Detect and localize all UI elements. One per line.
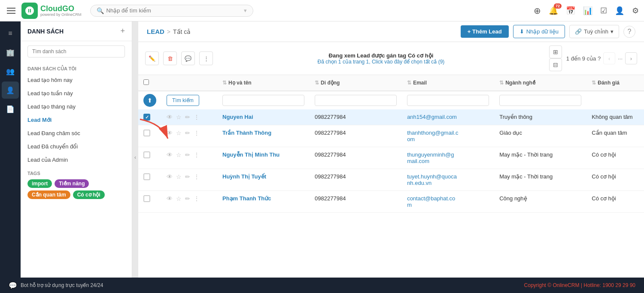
row4-email-cell: tuyet.huynh@quocanh.edu.vn — [402, 169, 494, 191]
row4-email[interactable]: tuyet.huynh@quocanh.edu.vn — [407, 173, 457, 186]
row5-edit-icon[interactable]: ✏ — [185, 195, 190, 202]
filter-name-input[interactable] — [222, 95, 304, 106]
row3-actions-cell: 👁 ☆ ✏ ⋮ — [161, 147, 217, 169]
toolbar-subtitle[interactable]: Đã chọn 1 của trang 1, Click vào đây để … — [213, 59, 549, 65]
people-icon-bar[interactable]: 👥 — [2, 63, 19, 80]
tasks-icon[interactable]: ☑ — [600, 6, 607, 15]
filter-email-input[interactable] — [407, 95, 489, 106]
sidebar-item-new[interactable]: Lead Mới — [21, 113, 132, 127]
doc-icon-bar[interactable]: 📄 — [2, 100, 19, 118]
sidebar-item-today[interactable]: Lead tạo hôm nay — [21, 73, 132, 87]
next-page-button[interactable]: › — [625, 52, 637, 64]
row5-rating-cell: Có cơ hội — [586, 191, 644, 213]
row1-view-icon[interactable]: 👁 — [167, 114, 173, 121]
row2-star-icon[interactable]: ☆ — [176, 130, 182, 136]
row1-checkbox[interactable] — [143, 114, 150, 121]
chart-icon[interactable]: 📊 — [583, 6, 592, 15]
row1-star-icon[interactable]: ☆ — [176, 114, 182, 121]
notification-icon[interactable]: 🔔 72 — [549, 6, 558, 15]
import-button[interactable]: ⬇ Nhập dữ liệu — [513, 25, 565, 38]
row2-email[interactable]: thanhthong@gmail.com — [407, 130, 458, 142]
home-icon-bar[interactable]: ≡ — [2, 25, 19, 42]
industry-header[interactable]: ⇅Ngành nghề — [494, 75, 586, 91]
row5-checkbox[interactable] — [143, 195, 150, 202]
row1-edit-icon[interactable]: ✏ — [185, 114, 190, 121]
person-icon-bar[interactable]: 👤 — [2, 82, 19, 99]
row1-email-cell: anh154@gmail.com — [402, 109, 494, 125]
row5-star-icon[interactable]: ☆ — [176, 195, 182, 202]
customize-button[interactable]: 🔗 Tuỳ chỉnh ▾ — [569, 25, 619, 38]
sidebar-add-button[interactable]: + — [120, 27, 125, 36]
comment-toolbar-icon[interactable]: 💬 — [181, 51, 195, 65]
user-icon[interactable]: 👤 — [615, 6, 624, 15]
row5-view-icon[interactable]: 👁 — [167, 195, 173, 202]
row3-industry-cell: May mặc - Thời trang — [494, 147, 586, 169]
row2-phone-cell: 0982277984 — [310, 125, 402, 147]
building-icon-bar[interactable]: 🏢 — [2, 44, 19, 61]
row3-more-icon[interactable]: ⋮ — [194, 151, 200, 158]
sidebar-item-admin[interactable]: Lead của Admin — [21, 153, 132, 166]
hamburger-menu[interactable] — [5, 6, 17, 15]
row4-star-icon[interactable]: ☆ — [176, 173, 182, 180]
row2-name[interactable]: Trần Thành Thông — [222, 130, 271, 136]
collapse-sidebar-handle[interactable]: ‹ — [132, 21, 138, 293]
edit-toolbar-icon[interactable]: ✏️ — [145, 51, 159, 65]
add-lead-button[interactable]: + Thêm Lead — [461, 25, 509, 38]
row1-email[interactable]: anh154@gmail.com — [407, 114, 457, 120]
settings-icon[interactable]: ⚙ — [632, 6, 639, 15]
checkbox-header[interactable] — [138, 75, 161, 91]
row1-more-icon[interactable]: ⋮ — [194, 114, 200, 121]
email-header[interactable]: ⇅Email — [402, 75, 494, 91]
row4-name[interactable]: Huỳnh Thị Tuyết — [222, 173, 266, 180]
sidebar-item-week[interactable]: Lead tạo tuần này — [21, 87, 132, 100]
row3-edit-icon[interactable]: ✏ — [185, 151, 190, 158]
search-input[interactable] — [106, 7, 240, 14]
help-icon[interactable]: ? — [623, 26, 635, 38]
rating-header[interactable]: ⇅Đánh giá — [586, 75, 644, 91]
row4-more-icon[interactable]: ⋮ — [194, 173, 200, 180]
sidebar-item-converted[interactable]: Lead Đã chuyển đổi — [21, 140, 132, 153]
row3-star-icon[interactable]: ☆ — [176, 151, 182, 158]
footer-hotline[interactable]: 1900 29 29 90 — [602, 282, 635, 288]
row4-checkbox[interactable] — [143, 173, 150, 180]
filter-name-cell — [217, 91, 310, 109]
row3-checkbox[interactable] — [143, 151, 150, 158]
grid-view-button[interactable]: ⊞ — [549, 45, 562, 58]
filter-phone-input[interactable] — [315, 95, 397, 106]
select-all-checkbox[interactable] — [143, 79, 149, 85]
row4-view-icon[interactable]: 👁 — [167, 173, 173, 180]
row3-view-icon[interactable]: 👁 — [167, 151, 173, 158]
filter-industry-input[interactable] — [499, 95, 581, 106]
row2-view-icon[interactable]: 👁 — [167, 130, 173, 136]
add-icon[interactable]: ⊕ — [534, 6, 541, 16]
filter-search-button[interactable]: Tìm kiếm — [167, 95, 199, 106]
tag-potential[interactable]: Tiềm năng — [55, 179, 89, 188]
row2-checkbox[interactable] — [143, 130, 150, 136]
list-view-button[interactable]: ⊟ — [549, 58, 562, 71]
pagination-more[interactable]: ··· — [618, 55, 623, 62]
prev-page-button[interactable]: ‹ — [603, 52, 615, 64]
row5-name[interactable]: Phạm Thanh Thức — [222, 195, 271, 202]
phone-header[interactable]: ⇅Di động — [310, 75, 402, 91]
tag-import[interactable]: import — [27, 179, 52, 188]
row2-more-icon[interactable]: ⋮ — [194, 130, 200, 136]
sidebar-search-input[interactable] — [27, 45, 125, 57]
row5-email[interactable]: contact@baphat.com — [407, 195, 455, 208]
row1-name[interactable]: Nguyen Hai — [222, 114, 253, 120]
search-bar[interactable]: 🔍 ▾ — [90, 5, 253, 17]
row3-name[interactable]: Nguyễn Thị Minh Thu — [222, 151, 279, 158]
breadcrumb-lead[interactable]: LEAD — [147, 28, 164, 35]
delete-toolbar-icon[interactable]: 🗑 — [163, 51, 177, 65]
row2-edit-icon[interactable]: ✏ — [185, 130, 190, 136]
tag-opportunity[interactable]: Có cơ hội — [73, 190, 105, 199]
calendar-icon[interactable]: 📅 — [566, 6, 575, 15]
name-header[interactable]: ⇅Họ và tên — [217, 75, 310, 91]
filter-reset-button[interactable]: ⬆ — [143, 94, 156, 107]
tag-need-care[interactable]: Cần quan tâm — [27, 190, 70, 199]
row4-edit-icon[interactable]: ✏ — [185, 173, 190, 180]
sidebar-item-caring[interactable]: Lead Đang chăm sóc — [21, 127, 132, 140]
more-toolbar-icon[interactable]: ⋮ — [199, 51, 213, 65]
sidebar-item-month[interactable]: Lead tạo tháng này — [21, 100, 132, 113]
row5-more-icon[interactable]: ⋮ — [194, 195, 200, 202]
row3-email[interactable]: thunguyenminh@gmail.com — [407, 151, 454, 164]
